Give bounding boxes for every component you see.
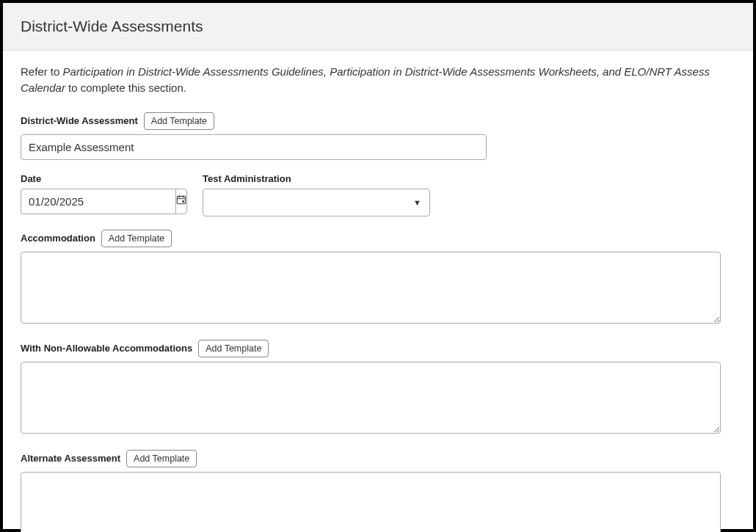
assessment-add-template-button[interactable]: Add Template — [144, 112, 214, 130]
nonallowable-add-template-button[interactable]: Add Template — [198, 340, 269, 357]
accommodation-section: Accommodation Add Template — [21, 230, 735, 327]
date-label-row: Date — [21, 173, 159, 184]
nonallowable-label: With Non-Allowable Accommodations — [21, 343, 192, 354]
accommodation-label-row: Accommodation Add Template — [21, 230, 735, 247]
alternate-label: Alternate Assessment — [21, 453, 120, 464]
assessment-input[interactable] — [21, 134, 487, 160]
testadmin-select[interactable] — [203, 189, 430, 216]
alternate-add-template-button[interactable]: Add Template — [126, 450, 197, 467]
alternate-section: Alternate Assessment Add Template — [21, 450, 735, 533]
date-group: Date — [21, 173, 159, 214]
testadmin-label: Test Administration — [203, 173, 291, 184]
accommodation-label: Accommodation — [21, 233, 95, 244]
panel-title: District-Wide Assessments — [21, 18, 735, 35]
assessment-section: District-Wide Assessment Add Template — [21, 112, 735, 160]
alternate-textarea[interactable] — [21, 472, 721, 533]
svg-rect-4 — [182, 200, 184, 203]
nonallowable-label-row: With Non-Allowable Accommodations Add Te… — [21, 340, 735, 357]
date-input-wrap — [21, 189, 159, 214]
panel-container: District-Wide Assessments Refer to Parti… — [0, 0, 756, 532]
date-input[interactable] — [21, 189, 175, 214]
date-label: Date — [21, 173, 41, 184]
intro-text: Refer to Participation in District-Wide … — [21, 64, 735, 96]
nonallowable-section: With Non-Allowable Accommodations Add Te… — [21, 340, 735, 437]
alternate-label-row: Alternate Assessment Add Template — [21, 450, 735, 467]
calendar-icon — [176, 194, 186, 208]
panel-header: District-Wide Assessments — [3, 3, 753, 51]
date-picker-button[interactable] — [175, 189, 187, 214]
accommodation-textarea[interactable] — [21, 252, 721, 324]
assessment-label: District-Wide Assessment — [21, 115, 138, 126]
assessment-label-row: District-Wide Assessment Add Template — [21, 112, 735, 130]
testadmin-select-wrap: ▼ — [203, 189, 430, 216]
testadmin-label-row: Test Administration — [203, 173, 430, 184]
accommodation-add-template-button[interactable]: Add Template — [101, 230, 172, 247]
panel-body: Refer to Participation in District-Wide … — [3, 51, 753, 532]
date-testadmin-row: Date — [21, 173, 735, 216]
nonallowable-textarea[interactable] — [21, 362, 721, 434]
svg-rect-0 — [177, 197, 185, 204]
intro-prefix: Refer to — [21, 65, 63, 78]
intro-suffix: to complete this section. — [65, 81, 186, 94]
testadmin-group: Test Administration ▼ — [203, 173, 430, 216]
